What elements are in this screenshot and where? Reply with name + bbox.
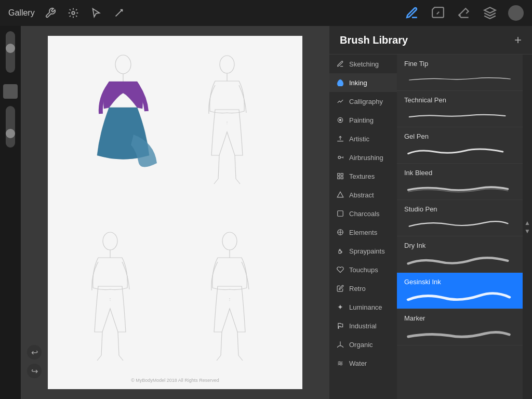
category-charcoals[interactable]: Charcoals <box>329 204 397 223</box>
categories-list: Sketching Inking Calligraphy <box>329 55 397 399</box>
brush-stroke-ink-bleed <box>404 180 515 196</box>
left-sidebar <box>0 26 21 399</box>
layers-icon[interactable] <box>482 5 498 21</box>
category-charcoals-label: Charcoals <box>349 210 380 218</box>
brush-item-technical-pen[interactable]: Technical Pen <box>397 91 523 127</box>
category-sketching[interactable]: Sketching <box>329 55 397 73</box>
brush-stroke-marker <box>404 325 515 342</box>
scroll-down-arrow[interactable]: ▼ <box>524 228 530 234</box>
canvas-paper: © MyBodyModel 2018 All Rights Reserved <box>48 36 302 389</box>
brush-name-gel-pen: Gel Pen <box>404 132 515 140</box>
brush-item-marker[interactable]: Marker <box>397 309 523 345</box>
brush-stroke-fine-tip <box>404 71 515 87</box>
transform-icon[interactable] <box>112 6 126 20</box>
size-slider[interactable] <box>6 106 15 148</box>
svg-line-15 <box>119 355 123 361</box>
svg-line-7 <box>214 179 218 184</box>
opacity-slider[interactable] <box>6 31 15 73</box>
category-artistic-label: Artistic <box>349 135 369 143</box>
category-textures[interactable]: Textures <box>329 167 397 185</box>
adjust-icon[interactable] <box>66 6 81 20</box>
gallery-button[interactable]: Gallery <box>8 8 35 18</box>
brush-name-fine-tip: Fine Tip <box>404 60 515 68</box>
eraser-tool-icon[interactable] <box>456 5 472 21</box>
category-water[interactable]: ≋ Water <box>329 354 397 373</box>
category-abstract[interactable]: Abstract <box>329 185 397 204</box>
sketching-icon <box>336 59 345 69</box>
category-painting[interactable]: Painting <box>329 111 397 129</box>
canvas-area[interactable]: © MyBodyModel 2018 All Rights Reserved ↩… <box>21 26 329 399</box>
category-inking[interactable]: Inking <box>329 73 397 92</box>
category-painting-label: Painting <box>349 116 374 124</box>
add-brush-button[interactable]: + <box>514 34 522 46</box>
brush-name-technical-pen: Technical Pen <box>404 96 515 104</box>
charcoals-icon <box>336 209 345 218</box>
brush-item-gel-pen[interactable]: Gel Pen <box>397 127 523 164</box>
undo-button[interactable]: ↩ <box>27 345 42 360</box>
luminance-icon: ✦ <box>336 302 345 312</box>
category-touchups[interactable]: Touchups <box>329 260 397 279</box>
brush-stroke-studio-pen <box>404 216 515 233</box>
organic-icon <box>336 340 345 349</box>
svg-line-22 <box>238 355 243 361</box>
category-retro-label: Retro <box>349 285 366 292</box>
redo-button[interactable]: ↪ <box>27 364 42 378</box>
category-luminance[interactable]: ✦ Luminance <box>329 298 397 316</box>
category-sketching-label: Sketching <box>349 60 379 68</box>
svg-rect-29 <box>338 177 340 179</box>
category-textures-label: Textures <box>349 172 375 180</box>
category-retro[interactable]: Retro <box>329 279 397 298</box>
brush-stroke-technical-pen <box>404 107 515 124</box>
retro-icon <box>336 284 345 293</box>
svg-rect-30 <box>341 177 343 179</box>
svg-line-21 <box>217 355 221 361</box>
industrial-icon <box>336 321 345 330</box>
category-touchups-label: Touchups <box>349 266 378 274</box>
airbrushing-icon <box>336 153 345 162</box>
select-icon[interactable] <box>89 6 103 20</box>
brush-stroke-gesinski-ink <box>404 289 515 305</box>
svg-point-1 <box>115 55 131 74</box>
svg-rect-27 <box>338 174 340 176</box>
brush-library-title: Brush Library <box>340 34 408 46</box>
category-organic-label: Organic <box>349 341 373 349</box>
category-inking-label: Inking <box>349 79 367 87</box>
svg-line-19 <box>221 332 222 355</box>
brush-item-fine-tip[interactable]: Fine Tip <box>397 55 523 91</box>
figures-svg <box>48 36 302 389</box>
pen-tool-active-icon[interactable] <box>404 5 420 21</box>
brush-name-marker: Marker <box>404 314 515 322</box>
calligraphy-icon <box>336 97 345 106</box>
svg-marker-31 <box>337 192 343 197</box>
category-calligraphy[interactable]: Calligraphy <box>329 92 397 111</box>
category-calligraphy-label: Calligraphy <box>349 98 383 105</box>
wrench-icon[interactable] <box>43 6 58 20</box>
top-bar-right <box>404 5 524 21</box>
svg-point-3 <box>220 56 234 73</box>
category-elements[interactable]: Elements <box>329 223 397 242</box>
category-spraypaints[interactable]: Spraypaints <box>329 242 397 260</box>
square-tool[interactable] <box>3 84 18 99</box>
category-industrial[interactable]: Industrial <box>329 316 397 335</box>
avatar[interactable] <box>508 5 524 21</box>
copyright-text: © MyBodyModel 2018 All Rights Reserved <box>131 378 219 383</box>
svg-rect-34 <box>339 250 341 253</box>
category-spraypaints-label: Spraypaints <box>349 247 385 255</box>
smudge-tool-icon[interactable] <box>430 5 446 21</box>
brush-item-gesinski-ink[interactable]: Gesinski Ink <box>397 273 523 309</box>
category-airbrushing[interactable]: Airbrushing <box>329 148 397 167</box>
category-abstract-label: Abstract <box>349 191 374 199</box>
brush-item-dry-ink[interactable]: Dry Ink <box>397 236 523 273</box>
category-water-label: Water <box>349 360 367 367</box>
category-organic[interactable]: Organic <box>329 335 397 354</box>
inking-icon <box>336 78 345 87</box>
category-elements-label: Elements <box>349 229 377 236</box>
brush-item-studio-pen[interactable]: Studio Pen <box>397 200 523 236</box>
scroll-indicator: ▲ ▼ <box>523 55 532 399</box>
brush-name-ink-bleed: Ink Bleed <box>404 169 515 177</box>
scroll-up-arrow[interactable]: ▲ <box>524 220 530 226</box>
brush-item-ink-bleed[interactable]: Ink Bleed <box>397 164 523 200</box>
category-artistic[interactable]: Artistic <box>329 129 397 148</box>
category-airbrushing-label: Airbrushing <box>349 154 383 162</box>
artistic-icon <box>336 134 345 143</box>
